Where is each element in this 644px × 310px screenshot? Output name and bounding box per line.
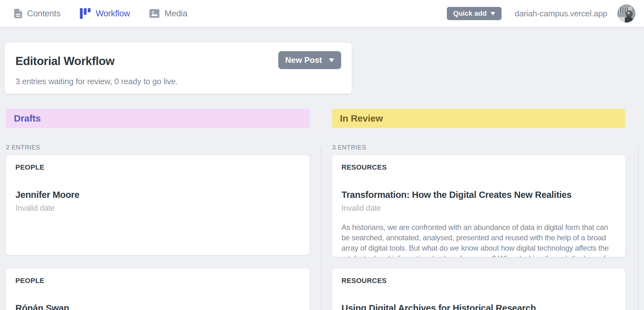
column-in-review-header: In Review: [332, 109, 625, 128]
quick-add-label: Quick add: [453, 9, 486, 18]
card-title: Rónán Swan: [15, 302, 300, 310]
workflow-card[interactable]: RESOURCES Transformation: How the Digita…: [332, 155, 625, 257]
workflow-card[interactable]: PEOPLE Jennifer Moore Invalid date: [6, 155, 309, 255]
quick-add-button[interactable]: Quick add: [447, 7, 501, 20]
column-in-review: In Review 3 ENTRIES RESOURCES Transforma…: [332, 109, 625, 310]
editorial-workflow-app: Contents Workflow Media Quick add: [0, 0, 644, 310]
workflow-summary-card: Editorial Workflow 3 entries waiting for…: [5, 43, 352, 94]
new-post-button[interactable]: New Post: [278, 51, 341, 69]
media-image-icon: [149, 9, 159, 18]
column-divider: [321, 147, 321, 310]
document-icon: [14, 9, 22, 18]
site-url-link[interactable]: dariah-campus.vercel.app: [515, 9, 607, 19]
user-avatar[interactable]: [617, 4, 636, 23]
caret-down-icon: [491, 12, 495, 15]
card-title: Jennifer Moore: [15, 189, 300, 200]
card-excerpt: As historians, we are confronted with an…: [341, 222, 616, 257]
card-date: Invalid date: [341, 203, 616, 213]
workflow-card[interactable]: RESOURCES Using Digital Archives for His…: [332, 269, 625, 310]
nav-tab-contents[interactable]: Contents: [14, 9, 60, 19]
column-in-review-title: In Review: [340, 113, 383, 124]
column-drafts: Drafts 2 ENTRIES PEOPLE Jennifer Moore I…: [6, 109, 309, 310]
card-date: Invalid date: [15, 203, 300, 213]
new-post-label: New Post: [285, 55, 322, 65]
card-collection-label: RESOURCES: [341, 277, 616, 285]
workflow-status-text: 3 entries waiting for review, 0 ready to…: [15, 77, 352, 86]
nav-tab-workflow[interactable]: Workflow: [80, 8, 130, 19]
column-drafts-header: Drafts: [6, 109, 309, 128]
workflow-board-icon: [80, 8, 91, 19]
topbar-right: Quick add dariah-campus.vercel.app: [447, 4, 636, 23]
card-collection-label: PEOPLE: [15, 163, 300, 171]
card-title: Using Digital Archives for Historical Re…: [341, 302, 616, 310]
nav-tab-workflow-label: Workflow: [96, 9, 130, 19]
nav-tab-media[interactable]: Media: [149, 9, 187, 19]
topbar: Contents Workflow Media Quick add: [0, 0, 644, 28]
card-collection-label: PEOPLE: [15, 277, 300, 285]
column-drafts-title: Drafts: [14, 113, 41, 124]
nav-tab-media-label: Media: [164, 9, 187, 19]
caret-down-icon: [329, 58, 334, 62]
nav-tab-contents-label: Contents: [27, 9, 60, 19]
column-divider: [638, 147, 639, 310]
card-collection-label: RESOURCES: [341, 163, 616, 171]
column-drafts-entries-count: 2 ENTRIES: [6, 144, 40, 151]
card-title: Transformation: How the Digital Creates …: [341, 189, 616, 200]
column-in-review-entries-count: 3 ENTRIES: [332, 144, 366, 151]
workflow-card[interactable]: PEOPLE Rónán Swan: [6, 269, 309, 310]
main-nav: Contents Workflow Media: [14, 8, 187, 19]
